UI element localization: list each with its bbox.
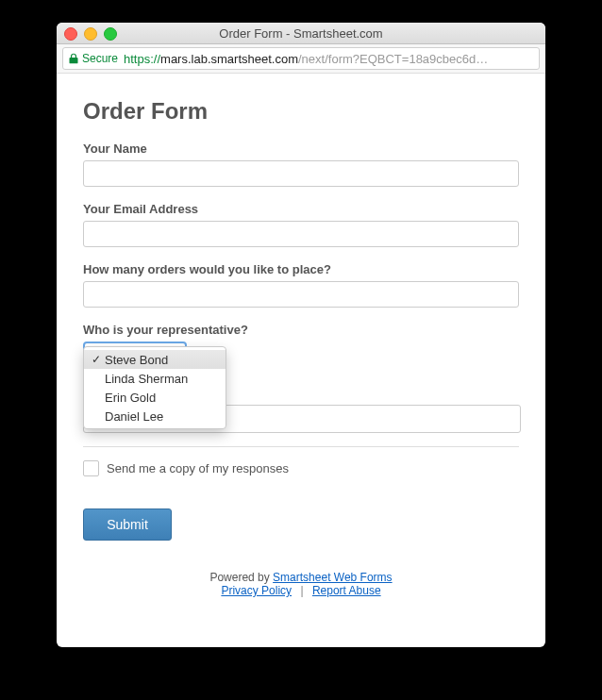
browser-toolbar: Secure https:// mars.lab.smartsheet.com … [57,44,545,74]
minimize-window-button[interactable] [84,27,97,41]
input-email[interactable] [83,221,519,247]
field-representative: Who is your representative? ✓ Steve Bond… [83,323,519,365]
divider [83,446,519,447]
address-bar[interactable]: Secure https:// mars.lab.smartsheet.com … [62,47,540,70]
label-orders: How many orders would you like to place? [83,262,519,276]
footer-privacy-link[interactable]: Privacy Policy [221,584,292,597]
dropdown-representative: ✓ Steve Bond Linda Sherman Erin Gold Dan… [83,346,226,429]
label-email: Your Email Address [83,202,519,216]
dropdown-option-label: Erin Gold [105,391,156,405]
window-titlebar: Order Form - Smartsheet.com [57,23,545,44]
check-icon: ✓ [92,353,105,366]
dropdown-option-label: Linda Sherman [105,372,188,386]
url-scheme: https:// [124,52,160,66]
footer-powered-prefix: Powered by [209,571,273,584]
page-title: Order Form [83,98,519,125]
dropdown-option-label: Daniel Lee [105,409,163,424]
page-content: Order Form Your Name Your Email Address … [57,74,545,649]
footer: Powered by Smartsheet Web Forms Privacy … [83,571,519,597]
checkbox-row-copy: Send me a copy of my responses [83,460,519,476]
field-name: Your Name [83,142,519,187]
browser-window: Order Form - Smartsheet.com Secure https… [57,23,545,647]
secure-label: Secure [82,52,118,65]
dropdown-option[interactable]: Linda Sherman [84,369,226,388]
dropdown-option-label: Steve Bond [105,353,168,367]
window-controls [64,27,117,41]
checkbox-label: Send me a copy of my responses [107,461,289,475]
zoom-window-button[interactable] [104,27,117,41]
close-window-button[interactable] [64,27,77,41]
footer-separator: | [300,584,303,597]
url-host: mars.lab.smartsheet.com [160,52,298,66]
label-representative: Who is your representative? [83,323,519,337]
input-orders[interactable] [83,281,519,308]
window-title: Order Form - Smartsheet.com [219,26,382,41]
checkbox-copy-responses[interactable] [83,460,99,476]
footer-powered-link[interactable]: Smartsheet Web Forms [273,571,392,584]
submit-button-label: Submit [107,517,148,532]
field-orders: How many orders would you like to place? [83,262,519,308]
field-email: Your Email Address [83,202,519,247]
dropdown-option[interactable]: ✓ Steve Bond [84,350,226,369]
dropdown-option[interactable]: Erin Gold [84,388,226,407]
label-name: Your Name [83,142,519,156]
dropdown-option[interactable]: Daniel Lee [84,407,226,425]
submit-button[interactable]: Submit [83,508,172,541]
footer-report-link[interactable]: Report Abuse [312,584,381,597]
secure-badge: Secure [69,52,118,65]
url-path: /next/form?EQBCT=18a9cbec6d… [298,52,488,66]
lock-icon [69,53,78,64]
input-name[interactable] [83,160,519,187]
